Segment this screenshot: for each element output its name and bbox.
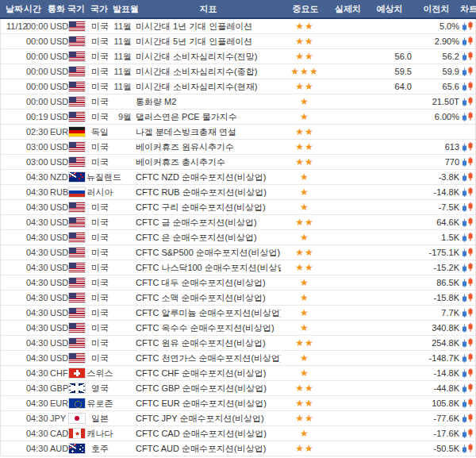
indicator-link[interactable]: 댈러스연은 PCE 물가지수 <box>136 111 281 123</box>
country-cell: 미국 <box>86 156 113 168</box>
indicator-link[interactable]: CFTC CHF 순매수포지션(비상업) <box>136 368 281 379</box>
table-row[interactable]: 04:30USD미국CFTC S&P500 순매수포지션(비상업)★★-175.… <box>1 245 475 260</box>
table-row[interactable]: 00:00USD미국11월미시간대 5년 기대 인플레이션★★2.90% <box>1 34 475 49</box>
indicator-link[interactable]: CFTC 금 순매수포지션(비상업) <box>136 217 281 229</box>
indicator-link[interactable]: 미시간대 1년 기대 인플레이션 <box>136 21 281 33</box>
table-row[interactable]: 04:30USD미국CFTC 은 순매수포지션(비상업)★1.5K <box>1 230 475 245</box>
indicator-link[interactable]: CFTC S&P500 순매수포지션(비상업) <box>136 247 281 259</box>
candlestick-chart-icon[interactable] <box>461 383 474 394</box>
candlestick-chart-icon[interactable] <box>461 141 474 152</box>
indicator-link[interactable]: CFTC 나스닥100 순매수포지션(비상업) <box>136 262 281 274</box>
candlestick-chart-icon[interactable] <box>461 81 474 92</box>
flag-cell <box>67 248 86 257</box>
indicator-link[interactable]: 통화량 M2 <box>136 96 281 108</box>
candlestick-chart-icon[interactable] <box>461 307 474 318</box>
candlestick-chart-icon[interactable] <box>461 398 474 409</box>
indicator-link[interactable]: CFTC 대두 순매수포지션(비상업) <box>136 277 281 289</box>
indicator-link[interactable]: CFTC 소맥 순매수포지션(비상업) <box>136 292 281 304</box>
table-row[interactable]: 04:30USD미국CFTC 원유 순매수포지션(비상업)★★254.8K <box>1 336 475 351</box>
indicator-link[interactable]: 베이커휴즈 원유시추기수 <box>136 141 281 153</box>
candlestick-chart-icon[interactable] <box>461 247 474 258</box>
indicator-link[interactable]: CFTC RUB 순매수포지션(비상업) <box>136 187 281 198</box>
table-row[interactable]: 00:00USD미국11월미시간대 소비자심리지수(현재)★★64.065.6 <box>1 79 475 94</box>
country-cell: 미국 <box>86 111 113 123</box>
indicator-link[interactable]: 베이커휴즈 총시추기수 <box>136 156 281 168</box>
table-row[interactable]: 04:30CAD캐나다CFTC CAD 순매수포지션(비상업)★-17.6K <box>1 426 475 441</box>
indicator-link[interactable]: CFTC GBP 순매수포지션(비상업) <box>136 383 281 394</box>
candlestick-chart-icon[interactable] <box>461 322 474 333</box>
time-cell: 04:30 <box>25 323 47 333</box>
indicator-link[interactable]: CFTC CAD 순매수포지션(비상업) <box>136 428 281 440</box>
indicator-link[interactable]: CFTC 원유 순매수포지션(비상업) <box>136 337 281 349</box>
importance-stars: ★ <box>281 308 328 318</box>
indicator-link[interactable]: 미시간대 소비자심리지수(전망) <box>136 51 281 63</box>
indicator-link[interactable]: CFTC AUD 순매수포지션(비상업) <box>136 443 281 455</box>
indicator-link[interactable]: 미시간대 소비자심리지수(종합) <box>136 66 281 78</box>
candlestick-chart-icon[interactable] <box>461 443 474 454</box>
table-row[interactable]: 03:00USD미국베이커휴즈 원유시추기수★★613 <box>1 140 475 155</box>
indicator-link[interactable]: CFTC 알루미늄 순매수포지션(비상업) <box>136 307 281 319</box>
indicator-link[interactable]: 미시간대 5년 기대 인플레이션 <box>136 36 281 48</box>
candlestick-chart-icon[interactable] <box>461 156 474 167</box>
importance-stars: ★★ <box>281 82 328 91</box>
table-row[interactable]: 04:30USD미국CFTC 천연가스 순매수포지션(비상업)★-148.7K <box>1 351 475 366</box>
candlestick-chart-icon[interactable] <box>461 337 474 348</box>
table-row[interactable]: 04:30USD미국CFTC 알루미늄 순매수포지션(비상업)★7.7K <box>1 306 475 321</box>
indicator-link[interactable]: 미시간대 소비자심리지수(현재) <box>136 81 281 93</box>
table-row[interactable]: 00:00USD미국통화량 M2★21.50T <box>1 94 475 110</box>
candlestick-chart-icon[interactable] <box>461 96 474 107</box>
table-row[interactable]: 04:30GBP영국CFTC GBP 순매수포지션(비상업)★★-44.8K <box>1 381 475 396</box>
candlestick-chart-icon[interactable] <box>461 51 474 62</box>
table-row[interactable]: 00:00USD미국11월미시간대 소비자심리지수(종합)★★★59.559.9 <box>1 64 475 79</box>
candlestick-chart-icon[interactable] <box>461 368 474 379</box>
candlestick-chart-icon[interactable] <box>461 413 474 424</box>
table-row[interactable]: 11/1200:00USD미국11월미시간대 1년 기대 인플레이션★★5.0% <box>1 19 475 34</box>
candlestick-chart-icon[interactable] <box>461 187 474 198</box>
table-row[interactable]: 04:30EUR유로존CFTC EUR 순매수포지션(비상업)★★105.8K <box>1 396 475 411</box>
candlestick-chart-icon[interactable] <box>461 232 474 243</box>
indicator-link[interactable]: CFTC 옥수수 순매수포지션(비상업) <box>136 322 281 334</box>
candlestick-chart-icon[interactable] <box>461 21 474 32</box>
candlestick-chart-icon[interactable] <box>461 36 474 47</box>
candlestick-chart-icon[interactable] <box>461 66 474 77</box>
currency-cell: USD <box>47 278 67 287</box>
previous-value-cell: 770 <box>412 157 459 167</box>
indicator-link[interactable]: CFTC JPY 순매수포지션(비상업) <box>136 413 281 425</box>
indicator-link[interactable]: CFTC 구리 순매수포지션(비상업) <box>136 202 281 214</box>
table-row[interactable]: 02:30EUR독일나겔 분데스방크총재 연설★★ <box>1 125 475 140</box>
indicator-link[interactable]: CFTC NZD 순매수포지션(비상업) <box>136 171 281 183</box>
table-row[interactable]: 04:30USD미국CFTC 대두 순매수포지션(비상업)★86.5K <box>1 275 475 291</box>
table-row[interactable]: 04:30USD미국CFTC 구리 순매수포지션(비상업)★-7.5K <box>1 200 475 215</box>
table-row[interactable]: 04:30USD미국CFTC 나스닥100 순매수포지션(비상업)★★-15.2… <box>1 260 475 275</box>
table-row[interactable]: 04:30USD미국CFTC 옥수수 순매수포지션(비상업)★340.8K <box>1 321 475 336</box>
table-row[interactable]: 00:00USD미국11월미시간대 소비자심리지수(전망)★★56.056.2 <box>1 49 475 64</box>
candlestick-chart-icon[interactable] <box>461 352 474 364</box>
candlestick-chart-icon[interactable] <box>461 202 474 213</box>
economic-calendar: 날짜시간통화국기국가발표월지표중요도실제치예상치이전치차트 11/1200:00… <box>0 0 476 458</box>
candlestick-chart-icon[interactable] <box>461 171 474 183</box>
candlestick-chart-icon[interactable] <box>461 262 474 273</box>
candlestick-chart-icon[interactable] <box>461 292 474 303</box>
candlestick-chart-icon[interactable] <box>461 111 474 122</box>
country-cell: 미국 <box>86 277 113 289</box>
table-row[interactable]: 00:19USD미국9월댈러스연은 PCE 물가지수★6.00% <box>1 110 475 125</box>
country-cell: 미국 <box>86 81 113 93</box>
indicator-link[interactable]: CFTC 은 순매수포지션(비상업) <box>136 232 281 244</box>
indicator-link[interactable]: CFTC 천연가스 순매수포지션(비상업) <box>136 352 281 364</box>
flag-us-icon <box>69 97 85 106</box>
indicator-link[interactable]: 나겔 분데스방크총재 연설 <box>136 126 281 138</box>
table-row[interactable]: 04:30JPY일본CFTC JPY 순매수포지션(비상업)★★-77.6K <box>1 411 475 426</box>
table-row[interactable]: 04:30CHF스위스CFTC CHF 순매수포지션(비상업)★-14.8K <box>1 366 475 381</box>
previous-value-cell: -148.7K <box>412 353 459 363</box>
candlestick-chart-icon[interactable] <box>461 277 474 288</box>
table-row[interactable]: 03:00USD미국베이커휴즈 총시추기수★★770 <box>1 155 475 170</box>
table-row[interactable]: 04:30AUD호주CFTC AUD 순매수포지션(비상업)★★-50.5K <box>1 441 475 456</box>
indicator-link[interactable]: CFTC EUR 순매수포지션(비상업) <box>136 398 281 410</box>
table-row[interactable]: 04:30NZD뉴질랜드CFTC NZD 순매수포지션(비상업)★-3.8K <box>1 170 475 185</box>
importance-stars: ★ <box>281 202 328 212</box>
table-row[interactable]: 04:30USD미국CFTC 금 순매수포지션(비상업)★★64.6K <box>1 215 475 230</box>
candlestick-chart-icon[interactable] <box>461 428 474 439</box>
candlestick-chart-icon[interactable] <box>461 217 474 228</box>
table-row[interactable]: 04:30USD미국CFTC 소맥 순매수포지션(비상업)★-15.8K <box>1 291 475 306</box>
table-row[interactable]: 04:30RUB러시아CFTC RUB 순매수포지션(비상업)★-14.8K <box>1 185 475 200</box>
